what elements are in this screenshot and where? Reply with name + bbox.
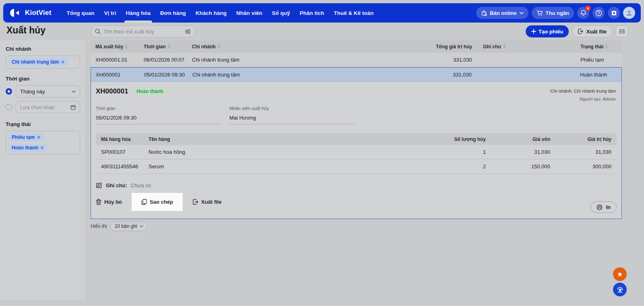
chevron-down-icon (72, 90, 76, 93)
item-row[interactable]: 4903111455546 Serum 2 150,000 300,000 (96, 159, 617, 174)
nav-vi-tri[interactable]: Vị trí (99, 3, 121, 23)
time-filter-heading: Thời gian (6, 76, 80, 82)
page-title: Xuất hủy (6, 25, 45, 36)
item-cost: 31,030 (491, 149, 555, 155)
remove-status-done-icon[interactable]: ✕ (40, 145, 44, 151)
export-icon (578, 29, 583, 34)
sort-icon (217, 44, 221, 49)
user-avatar-button[interactable] (623, 7, 635, 19)
selected-row-group: XH000001 05/01/2026 09:30 Chi nhánh trun… (91, 67, 622, 219)
items-col-name: Tên hàng (143, 136, 425, 142)
settings-button[interactable] (608, 7, 620, 19)
sort-icon (503, 44, 506, 49)
columns-icon (619, 29, 625, 34)
cell-code: XH000001 (91, 72, 139, 78)
notifications-button[interactable]: 4 (577, 7, 589, 19)
table-row[interactable]: XH000001.01 06/01/2026 00:07 Chi nhánh t… (91, 53, 622, 67)
time-custom-radio[interactable] (6, 104, 12, 110)
item-qty: 1 (425, 149, 491, 155)
note-label: Ghi chú: (106, 182, 127, 188)
detail-actions: Hủy bỏ Sao chép Xuất file (96, 195, 617, 209)
item-qty: 2 (425, 163, 491, 170)
items-col-code: Mã hàng hóa (96, 136, 143, 142)
page-size-value: 10 bản ghi (115, 223, 137, 229)
chevron-down-icon (520, 12, 524, 14)
branch-chip-label: Chi nhánh trung tâm (12, 59, 59, 65)
kiotviet-logo[interactable]: KiotViet (9, 8, 52, 18)
export-file-button[interactable]: Xuất file (572, 25, 612, 37)
status-chip-draft-label: Phiếu tạm (12, 134, 35, 140)
time-preset-select[interactable]: Tháng này (16, 85, 80, 97)
nav-tong-quan[interactable]: Tổng quan (62, 3, 99, 23)
cancel-ticket-button[interactable]: Hủy bỏ (96, 199, 122, 205)
copy-button-spotlight: Sao chép (132, 193, 183, 211)
nav-hang-hoa[interactable]: Hàng hóa (121, 3, 156, 23)
cell-status: Hoàn thành (575, 72, 621, 78)
status-chip-done-label: Hoàn thành (12, 145, 38, 151)
calendar-icon (70, 105, 76, 110)
detail-branch-meta: Chi nhánh: Chi nhánh trung tâm (550, 87, 616, 95)
edit-note-icon[interactable] (96, 182, 102, 188)
export-icon (192, 199, 198, 205)
sort-icon (605, 44, 608, 49)
avatar-icon (625, 9, 633, 17)
item-cost: 150,000 (491, 163, 555, 170)
help-button[interactable] (592, 7, 605, 19)
table-row-selected[interactable]: XH000001 05/01/2026 09:30 Chi nhánh trun… (91, 68, 621, 82)
page-size-select[interactable]: 10 bản ghi (110, 221, 148, 231)
time-custom-select[interactable]: Lựa chọn khác (16, 101, 80, 113)
copy-label: Sao chép (150, 199, 173, 205)
col-header-code[interactable]: Mã xuất hủy (91, 44, 139, 50)
export-detail-button[interactable]: Xuất file (192, 199, 222, 205)
branch-filter-box[interactable]: Chi nhánh trung tâm ✕ (6, 56, 80, 68)
destroy-list-table: Mã xuất hủy Thời gian Chi nhánh Tổng giá… (91, 40, 622, 219)
detail-staff-field: Nhân viên xuất hủy Mai Hương (229, 106, 355, 124)
col-header-status[interactable]: Trạng thái (576, 44, 622, 50)
item-row[interactable]: SP000107 Nước hoa hồng 1 31,030 31,030 (96, 145, 617, 159)
nav-nhan-vien[interactable]: Nhân viên (231, 3, 267, 23)
col-header-total[interactable]: Tổng giá trị hủy (405, 44, 477, 50)
items-col-qty: Số lượng hủy (425, 136, 491, 142)
time-preset-value: Tháng này (20, 89, 45, 95)
table-header-row: Mã xuất hủy Thời gian Chi nhánh Tổng giá… (91, 40, 622, 53)
column-settings-button[interactable] (615, 25, 628, 37)
cell-total: 331,030 (404, 72, 477, 78)
nav-khach-hang[interactable]: Khách hàng (191, 3, 231, 23)
status-chip-done[interactable]: Hoàn thành ✕ (8, 144, 47, 152)
col-header-note[interactable]: Ghi chú (477, 44, 576, 50)
filter-sliders-icon[interactable] (185, 29, 191, 34)
main-navigation: Tổng quan Vị trí Hàng hóa Đơn hàng Khách… (62, 3, 379, 23)
search-bar[interactable] (91, 25, 195, 37)
note-row: Ghi chú: Chưa có (96, 182, 617, 188)
thu-ngan-button[interactable]: Thu ngân (532, 7, 574, 19)
detail-time-value: 05/01/2026 09:30 (96, 115, 221, 124)
nav-don-hang[interactable]: Đơn hàng (155, 3, 191, 23)
nav-thue-ke-toan[interactable]: Thuế & Kế toán (329, 3, 378, 23)
col-header-branch[interactable]: Chi nhánh (187, 44, 405, 50)
print-button[interactable]: In (590, 201, 617, 213)
cancel-ticket-label: Hủy bỏ (104, 199, 122, 205)
cell-branch: Chi nhánh trung tâm (188, 72, 404, 78)
cell-time: 06/01/2026 00:07 (139, 57, 187, 63)
col-header-time[interactable]: Thời gian (139, 44, 187, 50)
copy-icon (141, 199, 147, 205)
print-label: In (606, 204, 611, 210)
support-floating-button[interactable] (613, 283, 627, 296)
time-preset-radio[interactable] (6, 88, 12, 95)
ban-online-button[interactable]: Bán online (476, 7, 528, 19)
branch-chip[interactable]: Chi nhánh trung tâm ✕ (8, 58, 68, 66)
sort-icon (167, 44, 171, 49)
export-file-label: Xuất file (586, 29, 607, 35)
nav-so-quy[interactable]: Sổ quỹ (267, 3, 295, 23)
copy-button[interactable]: Sao chép (141, 199, 173, 205)
status-chip-draft[interactable]: Phiếu tạm ✕ (8, 133, 44, 141)
create-ticket-button[interactable]: Tạo phiếu (526, 25, 569, 37)
remove-status-draft-icon[interactable]: ✕ (37, 135, 40, 140)
rewards-floating-button[interactable]: ★ (613, 267, 627, 281)
bell-icon (580, 10, 586, 16)
search-input[interactable] (103, 29, 182, 35)
top-navbar: KiotViet Tổng quan Vị trí Hàng hóa Đơn h… (3, 3, 641, 23)
nav-phan-tich[interactable]: Phân tích (295, 3, 329, 23)
status-filter-box[interactable]: Phiếu tạm ✕ Hoàn thành ✕ (6, 131, 80, 154)
remove-branch-chip-icon[interactable]: ✕ (61, 60, 64, 65)
